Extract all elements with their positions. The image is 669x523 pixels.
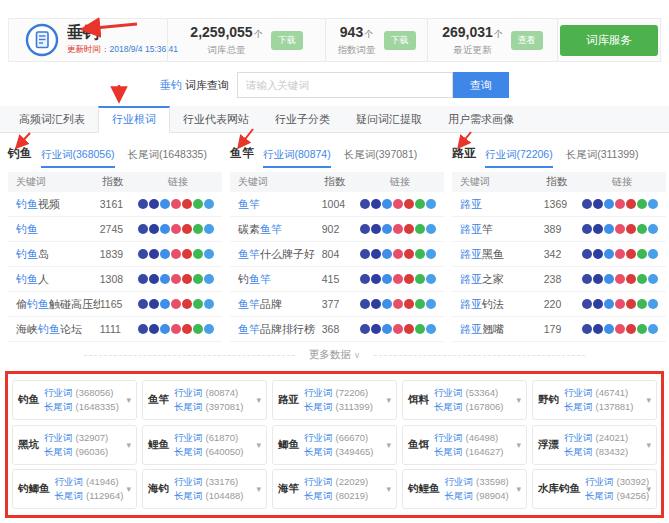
platform-icon-lightblue[interactable] <box>648 249 658 259</box>
platform-icon-rose[interactable] <box>171 199 181 209</box>
industry-count-line[interactable]: 行业词(22029) <box>304 475 368 489</box>
platform-icon-red[interactable] <box>182 199 192 209</box>
longtail-label[interactable]: 长尾词 <box>44 445 73 459</box>
longtail-label[interactable]: 长尾词 <box>434 400 463 414</box>
longtail-label[interactable]: 长尾词 <box>564 445 593 459</box>
platform-icon-indigo[interactable] <box>149 199 159 209</box>
longtail-count-line[interactable]: 长尾词(83432) <box>564 445 628 459</box>
platform-icon-green[interactable] <box>193 224 203 234</box>
keyword-name[interactable]: 饵料 <box>408 393 429 407</box>
platform-icon-rose[interactable] <box>393 249 403 259</box>
keyword-link[interactable]: 偷钓鱼触碰高压线 <box>16 297 100 312</box>
platform-icon-indigo[interactable] <box>371 249 381 259</box>
keyword-name[interactable]: 鱼竿 <box>148 393 169 407</box>
platform-icon-lightblue[interactable] <box>648 224 658 234</box>
industry-words-tab[interactable]: 行业词(72206) <box>485 148 553 168</box>
keyword-name[interactable]: 海钓 <box>148 482 169 496</box>
industry-label[interactable]: 行业词 <box>564 431 593 445</box>
platform-icon-blue[interactable] <box>160 224 170 234</box>
platform-icon-red[interactable] <box>404 199 414 209</box>
platform-icon-green[interactable] <box>415 299 425 309</box>
view-badge[interactable]: 查看 <box>511 31 543 50</box>
platform-icon-indigo[interactable] <box>149 249 159 259</box>
industry-count-line[interactable]: 行业词(66670) <box>304 431 374 445</box>
keyword-link[interactable]: 钓鱼人 <box>16 272 100 287</box>
keyword-name[interactable]: 路亚 <box>278 393 299 407</box>
platform-icon-blue[interactable] <box>604 199 614 209</box>
platform-icon-rose[interactable] <box>171 324 181 334</box>
longtail-words-tab[interactable]: 长尾词(311399) <box>566 148 639 168</box>
platform-icon-green[interactable] <box>193 274 203 284</box>
dropdown-caret-icon[interactable]: ▾ <box>126 440 131 450</box>
platform-icon-indigo[interactable] <box>371 274 381 284</box>
industry-count-line[interactable]: 行业词(80874) <box>174 386 244 400</box>
industry-label[interactable]: 行业词 <box>434 431 463 445</box>
keyword-link[interactable]: 路亚钓法 <box>460 297 544 312</box>
industry-count-line[interactable]: 行业词(53364) <box>434 386 504 400</box>
longtail-label[interactable]: 长尾词 <box>445 489 474 503</box>
platform-icon-red[interactable] <box>626 299 636 309</box>
platform-icon-blue[interactable] <box>604 224 614 234</box>
platform-icon-indigo[interactable] <box>149 224 159 234</box>
platform-icon-lightblue[interactable] <box>648 324 658 334</box>
platform-icon-lightblue[interactable] <box>204 274 214 284</box>
platform-icon-red[interactable] <box>404 299 414 309</box>
platform-icon-red[interactable] <box>626 224 636 234</box>
platform-icon-blue[interactable] <box>160 324 170 334</box>
industry-label[interactable]: 行业词 <box>434 386 463 400</box>
platform-icon-lightblue[interactable] <box>648 299 658 309</box>
service-button[interactable]: 词库服务 <box>560 25 658 56</box>
search-button[interactable]: 查询 <box>453 72 509 98</box>
platform-icon-navy[interactable] <box>582 199 592 209</box>
platform-icon-navy[interactable] <box>360 199 370 209</box>
dropdown-caret-icon[interactable]: ▾ <box>256 395 261 405</box>
keyword-link[interactable]: 路亚 <box>460 197 544 212</box>
platform-icon-rose[interactable] <box>615 249 625 259</box>
keyword-link[interactable]: 路亚竿 <box>460 222 544 237</box>
platform-icon-blue[interactable] <box>382 249 392 259</box>
platform-icon-indigo[interactable] <box>593 224 603 234</box>
longtail-label[interactable]: 长尾词 <box>434 445 463 459</box>
platform-icon-navy[interactable] <box>138 249 148 259</box>
industry-label[interactable]: 行业词 <box>55 475 84 489</box>
tab-high-freq-list[interactable]: 高频词汇列表 <box>6 106 98 132</box>
platform-icon-red[interactable] <box>626 249 636 259</box>
keyword-name[interactable]: 野钓 <box>538 393 559 407</box>
platform-icon-red[interactable] <box>182 274 192 284</box>
platform-icon-blue[interactable] <box>382 274 392 284</box>
keyword-name[interactable]: 水库钓鱼 <box>538 482 580 496</box>
download-badge[interactable]: 下载 <box>384 31 416 50</box>
platform-icon-rose[interactable] <box>615 274 625 284</box>
longtail-count-line[interactable]: 长尾词(164627) <box>434 445 504 459</box>
platform-icon-rose[interactable] <box>393 274 403 284</box>
platform-icon-green[interactable] <box>415 324 425 334</box>
platform-icon-blue[interactable] <box>382 299 392 309</box>
longtail-words-tab[interactable]: 长尾词(397081) <box>344 148 418 168</box>
platform-icon-green[interactable] <box>415 274 425 284</box>
platform-icon-indigo[interactable] <box>371 224 381 234</box>
longtail-label[interactable]: 长尾词 <box>304 489 333 503</box>
longtail-label[interactable]: 长尾词 <box>174 445 203 459</box>
keyword-name[interactable]: 鲫鱼 <box>278 438 299 452</box>
longtail-count-line[interactable]: 长尾词(1648335) <box>44 400 119 414</box>
dropdown-caret-icon[interactable]: ▾ <box>646 395 651 405</box>
platform-icon-lightblue[interactable] <box>204 324 214 334</box>
platform-icon-indigo[interactable] <box>593 249 603 259</box>
longtail-label[interactable]: 长尾词 <box>585 489 614 503</box>
platform-icon-lightblue[interactable] <box>426 249 436 259</box>
platform-icon-rose[interactable] <box>171 224 181 234</box>
tab-industry-sites[interactable]: 行业代表网站 <box>170 106 262 132</box>
platform-icon-blue[interactable] <box>160 299 170 309</box>
keyword-link[interactable]: 路亚翘嘴 <box>460 322 544 337</box>
search-input[interactable] <box>237 72 453 98</box>
industry-count-line[interactable]: 行业词(24021) <box>564 431 628 445</box>
platform-icon-indigo[interactable] <box>371 199 381 209</box>
platform-icon-rose[interactable] <box>393 224 403 234</box>
platform-icon-blue[interactable] <box>160 274 170 284</box>
platform-icon-navy[interactable] <box>138 324 148 334</box>
dropdown-caret-icon[interactable]: ▾ <box>646 484 651 494</box>
keyword-link[interactable]: 海峡钓鱼论坛 <box>16 322 100 337</box>
platform-icon-navy[interactable] <box>360 249 370 259</box>
platform-icon-lightblue[interactable] <box>648 274 658 284</box>
longtail-label[interactable]: 长尾词 <box>304 400 333 414</box>
